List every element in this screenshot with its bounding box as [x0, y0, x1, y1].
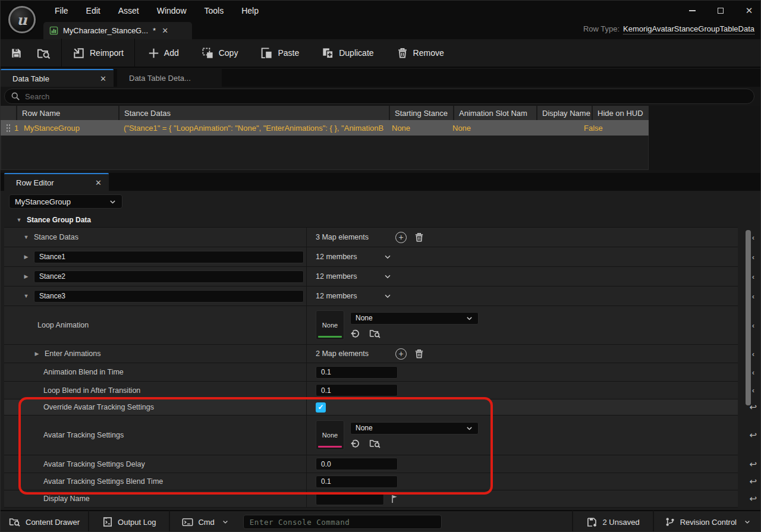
search-input[interactable]: Search	[4, 89, 754, 104]
property-row-stance3[interactable]: ▼ Stance3 12 members ‹	[4, 287, 738, 306]
expander-icon[interactable]: ▼	[23, 234, 29, 240]
animation-blend-in-time-field[interactable]: 0.1	[316, 366, 398, 379]
table-header-row-name[interactable]: Row Name	[17, 106, 120, 120]
reimport-button[interactable]: Reimport	[65, 39, 131, 67]
asset-thumbnail[interactable]: None	[316, 420, 344, 450]
property-row-animation-blend-in-time[interactable]: Animation Blend in Time 0.1 ‹	[4, 363, 738, 382]
property-row-loop-blend-in-after-transition[interactable]: Loop Blend in After Transition 0.1 ‹	[4, 382, 738, 399]
property-row-avatar-tracking-settings[interactable]: Avatar Tracking Settings None None	[4, 415, 738, 455]
clear-map-icon[interactable]	[414, 232, 424, 243]
browse-to-asset-icon[interactable]	[369, 328, 381, 339]
save-button[interactable]	[1, 39, 30, 67]
content-drawer-button[interactable]: Content Drawer	[1, 511, 88, 532]
stance2-key-field[interactable]: Stance2	[34, 270, 304, 283]
menu-window[interactable]: Window	[148, 1, 196, 20]
property-row-stance1[interactable]: ▶ Stance1 12 members ‹	[4, 247, 738, 267]
localization-flag-icon[interactable]	[390, 494, 400, 503]
output-log-button[interactable]: Output Log	[94, 511, 164, 532]
tab-close-icon[interactable]: ✕	[100, 74, 106, 83]
vertical-scrollbar[interactable]	[746, 230, 751, 405]
remove-button[interactable]: Remove	[389, 39, 451, 67]
table-header-stance-datas[interactable]: Stance Datas	[120, 106, 390, 120]
menu-asset[interactable]: Asset	[109, 1, 148, 20]
category-stance-group-data[interactable]: ▼ Stance Group Data	[4, 213, 738, 228]
avatar-tracking-settings-blend-time-field[interactable]: 0.1	[316, 476, 398, 488]
add-map-element-icon[interactable]: +	[395, 348, 407, 360]
property-row-avatar-tracking-settings-blend-time[interactable]: Avatar Tracking Settings Blend Time 0.1 …	[4, 473, 738, 490]
tab-row-editor[interactable]: Row Editor ✕	[4, 173, 109, 191]
column-collapse-icon[interactable]: ‹	[752, 321, 754, 330]
avatar-tracking-settings-dropdown[interactable]: None	[350, 422, 479, 435]
menu-help[interactable]: Help	[232, 1, 268, 20]
unsaved-changes-button[interactable]: 2 Unsaved	[573, 511, 652, 532]
expander-icon[interactable]: ▼	[23, 293, 29, 299]
property-row-loop-animation[interactable]: Loop Animation None None	[4, 306, 738, 345]
copy-button[interactable]: Copy	[194, 39, 246, 67]
chevron-down-icon[interactable]	[383, 253, 392, 261]
column-collapse-icon[interactable]: ‹	[752, 233, 754, 242]
property-row-enter-animations[interactable]: ▶ Enter Animations 2 Map elements + ‹	[4, 345, 738, 363]
expander-icon[interactable]: ▶	[34, 351, 40, 357]
use-selected-asset-icon[interactable]	[350, 328, 361, 339]
close-button[interactable]: ✕	[743, 4, 756, 17]
tab-data-table[interactable]: Data Table ✕	[1, 69, 114, 87]
unreal-logo[interactable]: u	[5, 2, 39, 37]
reset-to-default-icon[interactable]: ↩	[749, 430, 757, 440]
category-expander-icon[interactable]: ▼	[16, 217, 22, 223]
column-collapse-icon[interactable]: ‹	[752, 292, 754, 301]
display-name-field[interactable]	[316, 493, 384, 505]
reset-to-default-icon[interactable]: ↩	[749, 476, 757, 487]
column-collapse-icon[interactable]: ‹	[752, 386, 754, 395]
add-map-element-icon[interactable]: +	[395, 232, 407, 243]
row-selector-dropdown[interactable]: MyStanceGroup	[9, 194, 122, 209]
tab-close-icon[interactable]: ✕	[95, 178, 102, 187]
duplicate-button[interactable]: Duplicate	[315, 39, 380, 67]
row-drag-handle-icon[interactable]	[6, 124, 11, 132]
browse-to-asset-button[interactable]	[30, 39, 58, 67]
column-collapse-icon[interactable]: ‹	[752, 272, 754, 281]
cmd-dropdown-button[interactable]: Cmd	[174, 511, 237, 532]
use-selected-asset-icon[interactable]	[350, 438, 361, 449]
paste-button[interactable]: Paste	[253, 39, 306, 67]
property-row-avatar-tracking-settings-delay[interactable]: Avatar Tracking Settings Delay 0.0 ↩	[4, 455, 738, 473]
maximize-button[interactable]	[714, 4, 727, 17]
chevron-down-icon[interactable]	[383, 272, 392, 281]
revision-control-button[interactable]: Revision Control	[654, 511, 761, 532]
property-row-override-avatar-tracking-settings[interactable]: Override Avatar Tracking Settings ✓ ↩	[4, 399, 738, 415]
add-row-button[interactable]: Add	[141, 39, 186, 67]
menu-edit[interactable]: Edit	[77, 1, 109, 20]
column-collapse-icon[interactable]: ‹	[752, 368, 754, 377]
table-row-mystancegroup[interactable]: 1 MyStanceGroup ("Stance1" = { "LoopAnim…	[1, 120, 649, 136]
avatar-tracking-settings-delay-field[interactable]: 0.0	[316, 458, 398, 470]
clear-map-icon[interactable]	[414, 348, 424, 359]
tab-data-table-details[interactable]: Data Table Deta...	[117, 69, 222, 87]
row-type-value-link[interactable]: KemorigAvatarStanceGroupTableData	[623, 24, 754, 34]
expander-icon[interactable]: ▶	[23, 273, 29, 279]
loop-blend-in-after-transition-field[interactable]: 0.1	[316, 384, 398, 396]
property-row-stance-datas[interactable]: ▼ Stance Datas 3 Map elements + ‹	[4, 228, 738, 247]
menu-tools[interactable]: Tools	[196, 1, 233, 20]
table-header-starting-stance[interactable]: Starting Stance	[390, 106, 454, 120]
doc-tab-close-icon[interactable]: ✕	[162, 26, 168, 35]
stance3-key-field[interactable]: Stance3	[34, 290, 304, 303]
column-collapse-icon[interactable]: ‹	[752, 253, 754, 262]
table-header-display-name[interactable]: Display Name	[537, 106, 593, 120]
override-avatar-tracking-checkbox[interactable]: ✓	[316, 402, 326, 413]
property-row-stance2[interactable]: ▶ Stance2 12 members ‹	[4, 267, 738, 287]
console-command-input[interactable]: Enter Console Command	[243, 515, 442, 529]
table-header-hide-on-hud[interactable]: Hide on HUD	[593, 106, 649, 120]
expander-icon[interactable]: ▶	[23, 254, 29, 260]
chevron-down-icon[interactable]	[383, 292, 392, 300]
loop-animation-dropdown[interactable]: None	[350, 312, 479, 325]
stance1-key-field[interactable]: Stance1	[34, 251, 304, 263]
menu-file[interactable]: File	[46, 1, 77, 20]
browse-to-asset-icon[interactable]	[369, 438, 381, 449]
tab-mycharacter-stancegroup[interactable]: MyCharacter_StanceG... * ✕	[43, 22, 192, 39]
reset-to-default-icon[interactable]: ↩	[749, 459, 757, 470]
column-collapse-icon[interactable]: ‹	[752, 350, 754, 358]
property-row-display-name[interactable]: Display Name ↩	[4, 490, 738, 508]
minimize-button[interactable]	[685, 4, 699, 17]
asset-thumbnail[interactable]: None	[316, 310, 344, 340]
reset-to-default-icon[interactable]: ↩	[749, 493, 757, 504]
table-header-animation-slot-name[interactable]: Animation Slot Nam	[454, 106, 537, 120]
